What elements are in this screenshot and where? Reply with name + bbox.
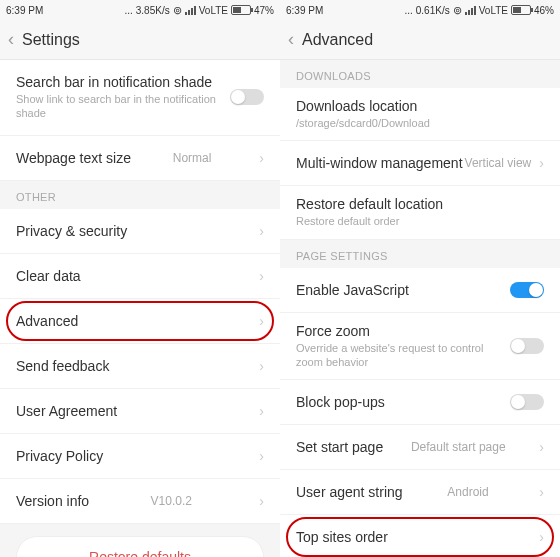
row-top-sites-order[interactable]: Top sites order › [280, 515, 560, 557]
status-speed: 0.61K/s [416, 5, 450, 16]
row-user-agent[interactable]: User agent string Android › [280, 470, 560, 515]
status-speed: 3.85K/s [136, 5, 170, 16]
chevron-right-icon: › [259, 268, 264, 284]
row-label: Multi-window management [296, 155, 463, 171]
row-search-bar-shade[interactable]: Search bar in notification shade Show li… [0, 60, 280, 136]
row-privacy-policy[interactable]: Privacy Policy › [0, 434, 280, 479]
row-sublabel: Show link to search bar in the notificat… [16, 92, 230, 121]
section-other: OTHER [0, 181, 280, 209]
section-page-settings: PAGE SETTINGS [280, 240, 560, 268]
status-volte: VoLTE [479, 5, 508, 16]
row-version-info[interactable]: Version info V10.0.2 › [0, 479, 280, 524]
row-enable-javascript[interactable]: Enable JavaScript [280, 268, 560, 313]
screen-advanced: 6:39 PM ... 0.61K/s ⊚ VoLTE 46% ‹ Advanc… [280, 0, 560, 557]
toggle-searchbar[interactable] [230, 89, 264, 105]
row-label: Top sites order [296, 529, 388, 545]
chevron-right-icon: › [259, 313, 264, 329]
back-icon[interactable]: ‹ [288, 29, 294, 50]
row-text-size[interactable]: Webpage text size Normal › [0, 136, 280, 181]
row-value: V10.0.2 [151, 494, 192, 508]
row-label: Restore default location [296, 196, 544, 212]
row-label: User agent string [296, 484, 403, 500]
row-set-start-page[interactable]: Set start page Default start page › [280, 425, 560, 470]
chevron-right-icon: › [259, 403, 264, 419]
status-battery: 47% [254, 5, 274, 16]
signal-icon [465, 6, 476, 15]
row-label: Downloads location [296, 98, 544, 114]
row-label: User Agreement [16, 403, 117, 419]
row-label: Block pop-ups [296, 394, 385, 410]
chevron-right-icon: › [539, 439, 544, 455]
row-sublabel: Override a website's request to control … [296, 341, 510, 370]
status-time: 6:39 PM [6, 5, 43, 16]
header: ‹ Advanced [280, 20, 560, 60]
row-value: Android [447, 485, 488, 499]
wifi-icon: ⊚ [173, 4, 182, 17]
battery-icon [511, 5, 531, 15]
row-user-agreement[interactable]: User Agreement › [0, 389, 280, 434]
row-label: Version info [16, 493, 89, 509]
row-sublabel: Restore default order [296, 214, 544, 228]
status-bar: 6:39 PM ... 0.61K/s ⊚ VoLTE 46% [280, 0, 560, 20]
row-sublabel: /storage/sdcard0/Download [296, 116, 544, 130]
page-title: Advanced [302, 31, 373, 49]
row-label: Webpage text size [16, 150, 131, 166]
row-advanced[interactable]: Advanced › [0, 299, 280, 344]
signal-icon [185, 6, 196, 15]
row-value: Default start page [411, 440, 506, 454]
row-force-zoom[interactable]: Force zoom Override a website's request … [280, 313, 560, 381]
row-label: Send feedback [16, 358, 109, 374]
chevron-right-icon: › [539, 529, 544, 545]
row-restore-location[interactable]: Restore default location Restore default… [280, 186, 560, 239]
wifi-icon: ⊚ [453, 4, 462, 17]
chevron-right-icon: › [539, 484, 544, 500]
row-label: Set start page [296, 439, 383, 455]
row-label: Privacy & security [16, 223, 127, 239]
status-time: 6:39 PM [286, 5, 323, 16]
page-title: Settings [22, 31, 80, 49]
chevron-right-icon: › [259, 223, 264, 239]
toggle-force-zoom[interactable] [510, 338, 544, 354]
section-downloads: DOWNLOADS [280, 60, 560, 88]
status-battery: 46% [534, 5, 554, 16]
row-label: Search bar in notification shade [16, 74, 230, 90]
row-label: Advanced [16, 313, 78, 329]
header: ‹ Settings [0, 20, 280, 60]
toggle-block-popups[interactable] [510, 394, 544, 410]
back-icon[interactable]: ‹ [8, 29, 14, 50]
row-clear-data[interactable]: Clear data › [0, 254, 280, 299]
status-bar: 6:39 PM ... 3.85K/s ⊚ VoLTE 47% [0, 0, 280, 20]
row-value: Normal [173, 151, 212, 165]
chevron-right-icon: › [539, 155, 544, 171]
screen-settings: 6:39 PM ... 3.85K/s ⊚ VoLTE 47% ‹ Settin… [0, 0, 280, 557]
row-downloads-location[interactable]: Downloads location /storage/sdcard0/Down… [280, 88, 560, 141]
status-volte: VoLTE [199, 5, 228, 16]
row-label: Enable JavaScript [296, 282, 409, 298]
row-value: Vertical view [465, 156, 532, 170]
restore-defaults-button[interactable]: Restore defaults [16, 536, 264, 557]
row-label: Clear data [16, 268, 81, 284]
row-label: Force zoom [296, 323, 510, 339]
row-multiwindow[interactable]: Multi-window management Vertical view › [280, 141, 560, 186]
row-privacy-security[interactable]: Privacy & security › [0, 209, 280, 254]
battery-icon [231, 5, 251, 15]
row-block-popups[interactable]: Block pop-ups [280, 380, 560, 425]
row-send-feedback[interactable]: Send feedback › [0, 344, 280, 389]
chevron-right-icon: › [259, 358, 264, 374]
toggle-javascript[interactable] [510, 282, 544, 298]
chevron-right-icon: › [259, 448, 264, 464]
chevron-right-icon: › [259, 493, 264, 509]
row-label: Privacy Policy [16, 448, 103, 464]
chevron-right-icon: › [259, 150, 264, 166]
